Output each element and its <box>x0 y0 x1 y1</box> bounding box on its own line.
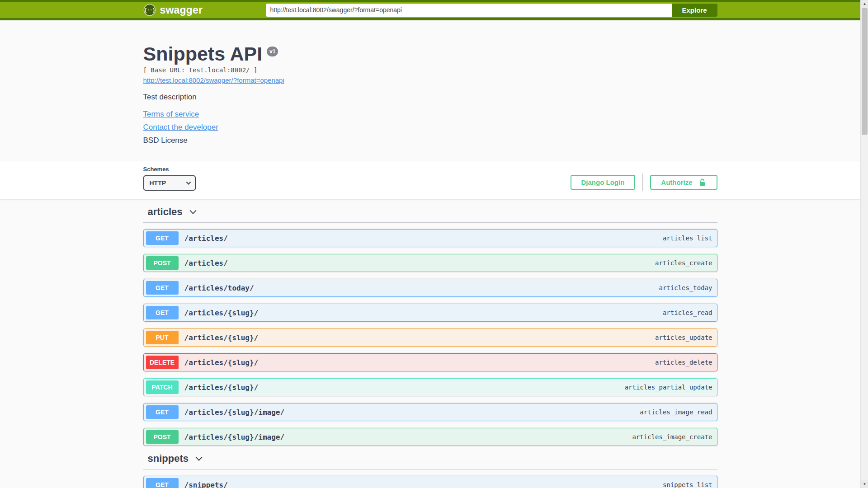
operation-path: /articles/{slug}/ <box>184 309 259 317</box>
scroll-down-button[interactable]: ▼ <box>861 480 868 488</box>
chevron-down-icon <box>194 454 204 464</box>
spec-url-link[interactable]: http://test.local:8002/swagger/?format=o… <box>143 76 284 84</box>
schemes-select[interactable]: HTTP <box>143 175 196 191</box>
scheme-container: Schemes HTTP Django Login Authorize <box>0 161 860 199</box>
spec-url-input[interactable] <box>266 4 672 17</box>
operation-row[interactable]: PUT /articles/{slug}/ articles_update <box>143 328 717 347</box>
operation-id: articles_today <box>659 284 712 291</box>
scrollbar[interactable]: ▲ ▼ <box>860 0 868 488</box>
operation-path: /articles/{slug}/image/ <box>184 408 285 417</box>
operation-path: /articles/{slug}/ <box>184 358 259 367</box>
api-section: snippets GET /snippets/ snippets_list <box>143 453 717 488</box>
django-login-button[interactable]: Django Login <box>571 175 636 190</box>
operation-row[interactable]: GET /articles/today/ articles_today <box>143 279 717 297</box>
method-badge: DELETE <box>146 356 179 369</box>
operation-path: /articles/{slug}/image/ <box>184 433 285 441</box>
operation-id: articles_create <box>655 259 712 267</box>
api-description: Test description <box>143 93 717 102</box>
operation-row[interactable]: POST /articles/{slug}/image/ articles_im… <box>143 428 717 446</box>
operation-row[interactable]: GET /articles/{slug}/ articles_read <box>143 304 717 322</box>
api-section: articles GET /articles/ articles_list PO… <box>143 206 717 446</box>
explore-button[interactable]: Explore <box>672 4 717 17</box>
operation-path: /articles/ <box>184 234 228 243</box>
operation-id: articles_update <box>655 334 712 341</box>
brand-title: swagger <box>160 4 203 16</box>
svg-text:{··}: {··} <box>144 7 155 13</box>
auth-wrapper: Django Login Authorize <box>571 174 717 191</box>
page-title: Snippets APIv1 <box>143 44 717 64</box>
scroll-up-button[interactable]: ▲ <box>861 0 868 8</box>
base-url-text: [ Base URL: test.local:8002/ ] <box>143 66 717 74</box>
method-badge: GET <box>146 478 179 488</box>
api-title-text: Snippets API <box>143 43 263 65</box>
operation-row[interactable]: GET /articles/{slug}/image/ articles_ima… <box>143 403 717 421</box>
section-operations: GET /snippets/ snippets_list <box>143 476 717 488</box>
operation-id: snippets_list <box>663 481 712 488</box>
contact-developer-link[interactable]: Contact the developer <box>143 123 218 132</box>
schemes-select-input[interactable]: HTTP <box>143 175 196 191</box>
authorize-button[interactable]: Authorize <box>650 175 717 190</box>
swagger-logo-icon: {··} <box>143 4 156 16</box>
brand-link[interactable]: {··} swagger <box>143 4 203 16</box>
method-badge: GET <box>146 405 179 419</box>
topbar: {··} swagger Explore <box>0 0 860 20</box>
operation-row[interactable]: PATCH /articles/{slug}/ articles_partial… <box>143 378 717 396</box>
schemes-group: Schemes HTTP <box>143 166 196 191</box>
method-badge: GET <box>146 281 179 295</box>
authorize-label: Authorize <box>661 178 692 186</box>
divider <box>642 174 643 191</box>
operation-row[interactable]: POST /articles/ articles_create <box>143 254 717 272</box>
operation-path: /articles/{slug}/ <box>184 333 259 342</box>
operation-path: /articles/today/ <box>184 284 254 292</box>
operation-id: articles_read <box>663 309 712 316</box>
method-badge: GET <box>146 306 179 319</box>
method-badge: POST <box>146 430 179 444</box>
license-text: BSD License <box>143 136 717 145</box>
section-header[interactable]: articles <box>143 206 717 223</box>
unlock-icon <box>698 178 707 187</box>
scrollbar-thumb[interactable] <box>862 8 868 135</box>
method-badge: GET <box>146 231 179 245</box>
swagger-page: {··} swagger Explore Snippets APIv1 [ Ba… <box>0 0 860 488</box>
operation-row[interactable]: GET /articles/ articles_list <box>143 229 717 247</box>
info-section: Snippets APIv1 [ Base URL: test.local:80… <box>0 20 860 161</box>
operation-row[interactable]: GET /snippets/ snippets_list <box>143 476 717 488</box>
operation-row[interactable]: DELETE /articles/{slug}/ articles_delete <box>143 353 717 371</box>
section-operations: GET /articles/ articles_list POST /artic… <box>143 229 717 446</box>
terms-of-service-link[interactable]: Terms of service <box>143 110 199 119</box>
operation-id: articles_partial_update <box>625 384 712 391</box>
explore-form: Explore <box>266 4 717 17</box>
operation-id: articles_image_create <box>632 433 712 441</box>
operation-id: articles_list <box>663 235 712 242</box>
chevron-down-icon <box>188 207 198 217</box>
operation-id: articles_delete <box>655 359 712 366</box>
method-badge: POST <box>146 256 179 270</box>
operations-list: articles GET /articles/ articles_list PO… <box>143 206 717 488</box>
schemes-label: Schemes <box>143 166 196 173</box>
section-title: articles <box>148 206 183 218</box>
operation-path: /articles/ <box>184 259 228 267</box>
section-header[interactable]: snippets <box>143 453 717 469</box>
operation-path: /articles/{slug}/ <box>184 383 259 392</box>
method-badge: PUT <box>146 331 179 344</box>
section-title: snippets <box>148 453 189 465</box>
version-badge: v1 <box>267 47 278 56</box>
operation-path: /snippets/ <box>184 481 228 488</box>
method-badge: PATCH <box>146 380 179 394</box>
operation-id: articles_image_read <box>640 408 712 416</box>
